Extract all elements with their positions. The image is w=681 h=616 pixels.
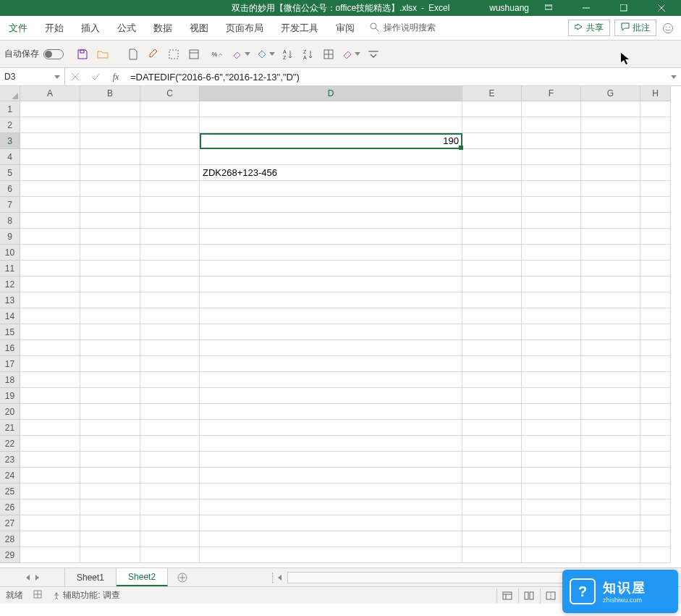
cell-D23[interactable] — [200, 452, 462, 468]
cell-G20[interactable] — [581, 404, 640, 420]
cell-H20[interactable] — [640, 404, 671, 420]
cell-E23[interactable] — [462, 452, 522, 468]
row-header-6[interactable]: 6 — [0, 181, 20, 197]
cell-G1[interactable] — [581, 101, 640, 117]
cell-C3[interactable] — [140, 133, 200, 149]
cell-H18[interactable] — [640, 372, 671, 388]
tab-insert[interactable]: 插入 — [72, 16, 109, 40]
cell-H17[interactable] — [640, 356, 671, 372]
cell-C4[interactable] — [140, 149, 200, 165]
row-header-15[interactable]: 15 — [0, 324, 20, 340]
cell-H6[interactable] — [640, 181, 671, 197]
cell-D9[interactable] — [200, 229, 462, 245]
cell-G17[interactable] — [581, 356, 640, 372]
sort-desc-icon[interactable]: ZA — [300, 46, 317, 63]
formula-input[interactable]: =DATEDIF("2016-6-6","2016-12-13","D") — [126, 68, 667, 85]
cell-F3[interactable] — [522, 133, 581, 149]
cell-E26[interactable] — [462, 499, 522, 515]
autosave-toggle[interactable] — [43, 49, 64, 59]
cell-F19[interactable] — [522, 388, 581, 404]
add-sheet-button[interactable] — [168, 568, 197, 586]
cell-G13[interactable] — [581, 292, 640, 308]
row-header-29[interactable]: 29 — [0, 547, 20, 563]
cell-A29[interactable] — [20, 547, 80, 563]
cell-A11[interactable] — [20, 261, 80, 277]
select-all-triangle[interactable] — [0, 86, 20, 101]
cell-D21[interactable] — [200, 420, 462, 436]
cell-H21[interactable] — [640, 420, 671, 436]
row-header-24[interactable]: 24 — [0, 468, 20, 484]
cell-H15[interactable] — [640, 324, 671, 340]
qat-customize-icon[interactable] — [365, 46, 382, 63]
cell-B13[interactable] — [80, 292, 140, 308]
cell-A22[interactable] — [20, 436, 80, 452]
cell-H14[interactable] — [640, 308, 671, 324]
col-header-B[interactable]: B — [80, 86, 140, 101]
cell-E7[interactable] — [462, 197, 522, 213]
cells-area[interactable]: 190ZDK268+123-456 — [20, 101, 681, 563]
cell-E10[interactable] — [462, 245, 522, 261]
cell-F28[interactable] — [522, 531, 581, 547]
cell-G15[interactable] — [581, 324, 640, 340]
row-header-10[interactable]: 10 — [0, 245, 20, 261]
cell-A2[interactable] — [20, 117, 80, 133]
cell-F18[interactable] — [522, 372, 581, 388]
cell-G27[interactable] — [581, 515, 640, 531]
insert-function-icon[interactable]: fx — [106, 72, 126, 83]
cell-A21[interactable] — [20, 420, 80, 436]
cell-H13[interactable] — [640, 292, 671, 308]
col-header-E[interactable]: E — [462, 86, 522, 101]
cell-G18[interactable] — [581, 372, 640, 388]
cell-G29[interactable] — [581, 547, 640, 563]
format-painter-icon[interactable] — [145, 46, 162, 63]
cell-A26[interactable] — [20, 499, 80, 515]
tab-layout[interactable]: 页面布局 — [217, 16, 272, 40]
row-header-26[interactable]: 26 — [0, 499, 20, 515]
cell-G22[interactable] — [581, 436, 640, 452]
select-objects-icon[interactable] — [165, 46, 182, 63]
cell-E24[interactable] — [462, 468, 522, 484]
cell-B15[interactable] — [80, 324, 140, 340]
cell-D19[interactable] — [200, 388, 462, 404]
cell-D8[interactable] — [200, 213, 462, 229]
cell-A4[interactable] — [20, 149, 80, 165]
cell-E18[interactable] — [462, 372, 522, 388]
cell-B10[interactable] — [80, 245, 140, 261]
cell-D24[interactable] — [200, 468, 462, 484]
cell-A1[interactable] — [20, 101, 80, 117]
cell-D20[interactable] — [200, 404, 462, 420]
cell-H4[interactable] — [640, 149, 671, 165]
worksheet-grid[interactable]: A B C D E F G H 123456789101112131415161… — [0, 86, 681, 568]
cell-G26[interactable] — [581, 499, 640, 515]
cell-G21[interactable] — [581, 420, 640, 436]
cell-C15[interactable] — [140, 324, 200, 340]
cell-E6[interactable] — [462, 181, 522, 197]
cell-F20[interactable] — [522, 404, 581, 420]
cell-B18[interactable] — [80, 372, 140, 388]
cell-C26[interactable] — [140, 499, 200, 515]
close-button[interactable] — [649, 0, 674, 16]
cell-E25[interactable] — [462, 484, 522, 499]
row-header-12[interactable]: 12 — [0, 277, 20, 292]
cell-B20[interactable] — [80, 404, 140, 420]
ribbon-options-icon[interactable] — [536, 0, 561, 16]
cell-B9[interactable] — [80, 229, 140, 245]
cell-E2[interactable] — [462, 117, 522, 133]
view-page-layout-icon[interactable] — [518, 588, 538, 603]
cell-E17[interactable] — [462, 356, 522, 372]
cell-C1[interactable] — [140, 101, 200, 117]
cell-E11[interactable] — [462, 261, 522, 277]
cell-E27[interactable] — [462, 515, 522, 531]
cell-D27[interactable] — [200, 515, 462, 531]
cell-D15[interactable] — [200, 324, 462, 340]
cell-B5[interactable] — [80, 165, 140, 181]
cell-D26[interactable] — [200, 499, 462, 515]
cell-C12[interactable] — [140, 277, 200, 292]
cell-A25[interactable] — [20, 484, 80, 499]
cell-H16[interactable] — [640, 340, 671, 356]
row-header-23[interactable]: 23 — [0, 452, 20, 468]
row-header-4[interactable]: 4 — [0, 149, 20, 165]
col-header-H[interactable]: H — [640, 86, 671, 101]
col-header-A[interactable]: A — [20, 86, 80, 101]
cell-E28[interactable] — [462, 531, 522, 547]
